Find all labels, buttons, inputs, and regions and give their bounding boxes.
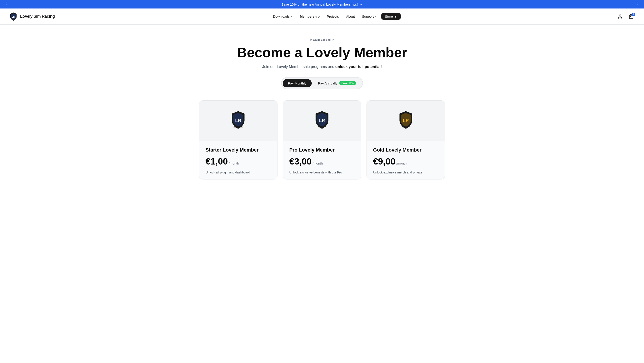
gold-shield-icon: LR — [396, 111, 416, 131]
starter-price-period: /month — [229, 161, 239, 165]
starter-card: LR Starter Lovely Member €1,00 /month Un… — [199, 100, 278, 179]
gold-card-description: Unlock exclusive merch and private — [373, 170, 438, 175]
announcement-bar: ‹ Save 10% on the new Annual Lovely Memb… — [0, 0, 644, 8]
logo-link[interactable]: LR Lovely Sim Racing — [9, 12, 55, 21]
monthly-label: Pay Monthly — [288, 81, 306, 85]
hero-subtitle-plain: Join our Lovely Membership programs and — [262, 65, 336, 69]
support-chevron-icon: ▼ — [374, 15, 377, 18]
nav-item-membership[interactable]: Membership — [297, 13, 323, 20]
nav-projects-label: Projects — [327, 14, 339, 18]
pro-price-amount: €3,00 — [289, 156, 312, 167]
header: LR Lovely Sim Racing Downloads ▼ Members… — [0, 8, 644, 24]
gold-price-amount: €9,00 — [373, 156, 395, 167]
starter-price-amount: €1,00 — [206, 156, 228, 167]
pro-card-image: LR — [283, 101, 361, 141]
user-icon — [618, 14, 622, 19]
downloads-chevron-icon: ▼ — [290, 15, 293, 18]
nav-support-label: Support — [362, 14, 374, 18]
nav-item-projects[interactable]: Projects — [324, 13, 342, 20]
starter-shield-icon: LR — [228, 111, 248, 131]
gold-card-title: Gold Lovely Member — [373, 147, 438, 153]
svg-text:LR: LR — [12, 15, 15, 18]
gold-price-period: /month — [396, 161, 406, 165]
main-nav: Downloads ▼ Membership Projects About Su… — [270, 13, 401, 20]
annually-label: Pay Annually — [318, 81, 338, 85]
starter-card-price: €1,00 /month — [206, 156, 271, 167]
billing-toggle: Pay Monthly Pay Annually Save 10% — [281, 77, 363, 89]
announcement-prev-button[interactable]: ‹ — [4, 1, 10, 7]
gold-card-image: LR — [367, 101, 445, 141]
nav-item-about[interactable]: About — [343, 13, 358, 20]
svg-text:LR: LR — [319, 118, 325, 123]
gold-card-price: €9,00 /month — [373, 156, 438, 167]
pay-monthly-button[interactable]: Pay Monthly — [283, 79, 312, 87]
gold-card-content: Gold Lovely Member €9,00 /month Unlock e… — [367, 141, 445, 179]
logo-icon: LR — [9, 12, 18, 21]
nav-membership-label: Membership — [300, 14, 320, 18]
announcement-text: Save 10% on the new Annual Lovely Member… — [281, 2, 358, 6]
nav-downloads-label: Downloads — [273, 14, 290, 18]
pro-card-title: Pro Lovely Member — [289, 147, 355, 153]
main-content: MEMBERSHIP Become a Lovely Member Join o… — [0, 24, 644, 188]
cart-badge: 0 — [632, 13, 635, 16]
pro-card-description: Unlock exclusive benefits with our Pro — [289, 170, 355, 175]
hero-subtitle-bold: unlock your full potential! — [336, 65, 382, 69]
hero-title: Become a Lovely Member — [9, 45, 635, 60]
section-label: MEMBERSHIP — [9, 38, 635, 41]
hero-section: MEMBERSHIP Become a Lovely Member Join o… — [9, 38, 635, 89]
pay-annually-button[interactable]: Pay Annually Save 10% — [312, 79, 361, 88]
svg-text:LR: LR — [235, 118, 241, 123]
header-actions: 0 — [616, 13, 635, 20]
announcement-arrow-icon: → — [359, 2, 363, 6]
announcement-link[interactable]: Save 10% on the new Annual Lovely Member… — [281, 2, 363, 6]
gold-card: LR Gold Lovely Member €9,00 /month Unloc… — [366, 100, 445, 179]
nav-store-label: Store — [385, 14, 393, 18]
logo-text: Lovely Sim Racing — [20, 14, 55, 19]
nav-item-support[interactable]: Support ▼ — [359, 13, 380, 20]
store-chevron-icon: ▼ — [394, 14, 397, 18]
pro-shield-icon: LR — [312, 111, 332, 131]
svg-text:LR: LR — [403, 118, 409, 123]
pro-card: LR Pro Lovely Member €3,00 /month Unlock… — [283, 100, 361, 179]
pro-card-content: Pro Lovely Member €3,00 /month Unlock ex… — [283, 141, 361, 179]
starter-card-content: Starter Lovely Member €1,00 /month Unloc… — [199, 141, 277, 179]
account-button[interactable] — [616, 13, 624, 20]
pro-price-period: /month — [312, 161, 323, 165]
svg-point-1 — [619, 14, 621, 16]
membership-cards: LR Starter Lovely Member €1,00 /month Un… — [199, 100, 445, 179]
starter-card-image: LR — [199, 101, 277, 141]
announcement-next-button[interactable]: › — [634, 1, 640, 7]
save-badge: Save 10% — [339, 81, 356, 85]
nav-store-button[interactable]: Store ▼ — [381, 13, 401, 20]
cart-button[interactable]: 0 — [628, 13, 635, 20]
nav-about-label: About — [346, 14, 355, 18]
starter-card-description: Unlock all plugin and dashboard — [206, 170, 271, 175]
nav-item-downloads[interactable]: Downloads ▼ — [270, 13, 296, 20]
pro-card-price: €3,00 /month — [289, 156, 355, 167]
starter-card-title: Starter Lovely Member — [206, 147, 271, 153]
hero-subtitle: Join our Lovely Membership programs and … — [9, 65, 635, 69]
